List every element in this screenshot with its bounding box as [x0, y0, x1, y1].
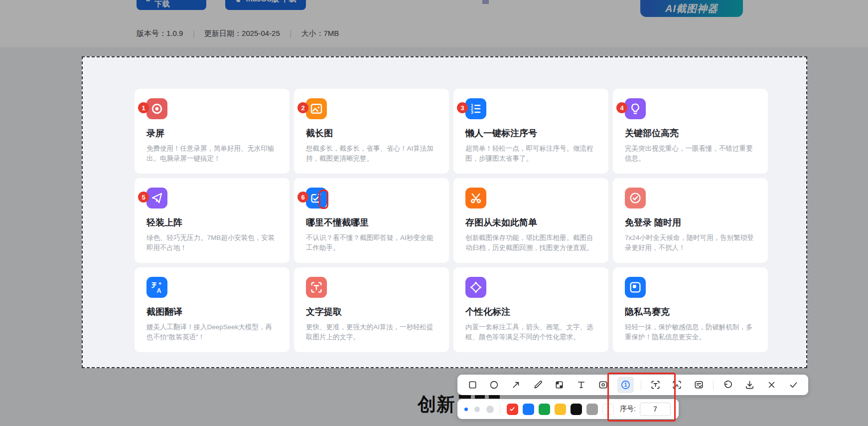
color-swatch-group — [507, 404, 614, 415]
ai-badge-label: AI截图神器 — [665, 2, 718, 15]
macos-download-label: macOS版 下载 — [246, 0, 296, 4]
text-tool[interactable] — [574, 378, 588, 393]
color-swatch-black[interactable] — [571, 404, 582, 415]
occluded-heading-fragment — [459, 395, 471, 399]
pen-tool[interactable] — [530, 378, 545, 393]
arrow-tool[interactable] — [508, 378, 523, 393]
occluded-heading-fragment — [489, 395, 500, 399]
rect-tool[interactable] — [465, 378, 480, 393]
section-heading: 创新 — [418, 392, 455, 417]
ai-screenshot-badge: AI截图神器 — [640, 0, 743, 17]
clipped-page-element — [482, 0, 489, 4]
selected-check-icon — [509, 406, 516, 413]
confirm-button[interactable] — [786, 378, 801, 393]
stroke-size-medium[interactable] — [474, 407, 480, 412]
options-divider — [500, 404, 500, 414]
toolbar-divider — [713, 380, 714, 390]
download-button[interactable] — [742, 378, 757, 393]
windows-download-label: Windows版 下载 — [154, 0, 197, 9]
close-button[interactable] — [764, 378, 779, 393]
color-swatch-yellow[interactable] — [555, 404, 566, 415]
meta-divider: ｜ — [287, 29, 294, 38]
meta-divider: ｜ — [190, 29, 197, 38]
mosaic-tool[interactable] — [552, 378, 567, 393]
stroke-size-small[interactable] — [464, 408, 468, 411]
screen: Windows版 下载 macOS版 下载 版本号：1.0.9 ｜ 更新日期：2… — [0, 0, 868, 426]
version-meta: 版本号：1.0.9 ｜ 更新日期：2025-04-25 ｜ 大小：7MB — [137, 29, 339, 38]
note-tool[interactable] — [692, 378, 707, 393]
version-number: 版本号：1.0.9 — [137, 29, 183, 38]
apple-logo-icon — [235, 0, 242, 3]
windows-download-button[interactable]: Windows版 下载 — [137, 0, 206, 10]
stroke-size-large[interactable] — [486, 406, 494, 413]
user-annotation-rectangle[interactable] — [607, 373, 676, 422]
update-date: 更新日期：2025-04-25 — [204, 29, 280, 38]
clipped-page-element — [762, 4, 868, 6]
undo-button[interactable] — [721, 378, 735, 393]
capture-selection-region[interactable] — [82, 56, 807, 368]
occluded-heading-fragment — [475, 395, 485, 399]
svg-text:A: A — [675, 383, 679, 388]
stroke-size-group — [464, 406, 494, 413]
windows-logo-icon — [145, 0, 150, 3]
color-swatch-green[interactable] — [539, 404, 550, 415]
package-size: 大小：7MB — [301, 29, 339, 38]
color-swatch-gray[interactable] — [586, 404, 598, 415]
color-swatch-blue[interactable] — [523, 404, 534, 415]
color-swatch-red[interactable] — [507, 404, 518, 415]
macos-download-button[interactable]: macOS版 下载 — [225, 0, 306, 10]
clipped-page-element — [513, 4, 618, 6]
ellipse-tool[interactable] — [487, 378, 502, 393]
